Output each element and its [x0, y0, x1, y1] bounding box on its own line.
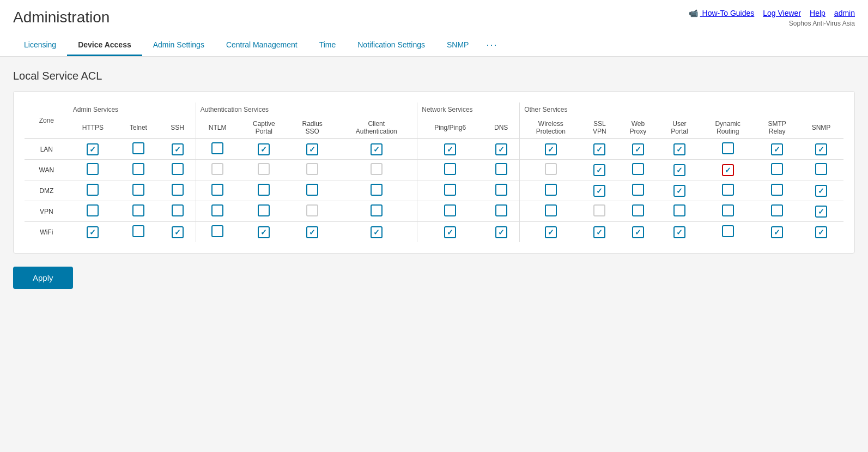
checkbox[interactable]: [545, 184, 557, 196]
checkbox[interactable]: [593, 204, 605, 216]
checkbox[interactable]: [87, 184, 99, 196]
checkbox[interactable]: [371, 163, 383, 175]
checkbox[interactable]: [444, 226, 456, 238]
checkbox[interactable]: [371, 204, 383, 216]
checkbox[interactable]: [306, 226, 318, 238]
checkbox[interactable]: [722, 164, 734, 176]
checkbox[interactable]: [258, 184, 270, 196]
checkbox[interactable]: [258, 226, 270, 238]
help-link[interactable]: Help: [810, 9, 825, 17]
checkbox[interactable]: [771, 204, 783, 216]
checkbox[interactable]: [258, 163, 270, 175]
checkbox[interactable]: [132, 225, 144, 237]
tab-licensing[interactable]: Licensing: [13, 35, 67, 56]
checkbox[interactable]: [771, 143, 783, 155]
tab-device-access[interactable]: Device Access: [67, 35, 142, 56]
checkbox[interactable]: [545, 143, 557, 155]
checkbox[interactable]: [371, 226, 383, 238]
checkbox-cell: [160, 222, 196, 243]
checkbox[interactable]: [495, 143, 507, 155]
checkbox[interactable]: [771, 226, 783, 238]
checkbox[interactable]: [87, 143, 99, 155]
tab-central-management[interactable]: Central Management: [215, 35, 308, 56]
apply-button[interactable]: Apply: [13, 267, 73, 289]
checkbox[interactable]: [771, 184, 783, 196]
tab-admin-settings[interactable]: Admin Settings: [142, 35, 215, 56]
checkbox[interactable]: [306, 204, 318, 216]
checkbox[interactable]: [172, 226, 184, 238]
checkbox[interactable]: [815, 163, 827, 175]
more-tabs-button[interactable]: ···: [479, 34, 504, 56]
checkbox[interactable]: [632, 184, 644, 196]
checkbox[interactable]: [722, 142, 734, 154]
checkbox[interactable]: [172, 184, 184, 196]
checkbox[interactable]: [444, 163, 456, 175]
checkbox-cell: [417, 160, 483, 180]
checkbox[interactable]: [495, 226, 507, 238]
checkbox[interactable]: [495, 163, 507, 175]
checkbox[interactable]: [172, 163, 184, 175]
checkbox[interactable]: [632, 226, 644, 238]
checkbox[interactable]: [593, 226, 605, 238]
checkbox[interactable]: [371, 143, 383, 155]
checkbox[interactable]: [722, 225, 734, 237]
checkbox[interactable]: [545, 163, 557, 175]
checkbox[interactable]: [593, 185, 605, 197]
checkbox[interactable]: [815, 185, 827, 197]
checkbox[interactable]: [771, 163, 783, 175]
checkbox[interactable]: [673, 164, 685, 176]
checkbox[interactable]: [258, 143, 270, 155]
log-viewer-link[interactable]: Log Viewer: [763, 9, 801, 17]
checkbox[interactable]: [815, 143, 827, 155]
checkbox[interactable]: [495, 204, 507, 216]
checkbox[interactable]: [593, 143, 605, 155]
col-snmp: SNMP: [799, 117, 843, 139]
checkbox[interactable]: [444, 204, 456, 216]
checkbox[interactable]: [132, 142, 144, 154]
tab-notification-settings[interactable]: Notification Settings: [347, 35, 436, 56]
checkbox[interactable]: [722, 204, 734, 216]
checkbox[interactable]: [172, 204, 184, 216]
checkbox[interactable]: [87, 163, 99, 175]
checkbox[interactable]: [545, 226, 557, 238]
checkbox[interactable]: [444, 184, 456, 196]
checkbox[interactable]: [211, 163, 223, 175]
checkbox[interactable]: [632, 143, 644, 155]
checkbox[interactable]: [87, 204, 99, 216]
checkbox[interactable]: [673, 226, 685, 238]
checkbox-cell: [239, 201, 289, 222]
checkbox[interactable]: [211, 225, 223, 237]
checkbox[interactable]: [211, 204, 223, 216]
checkbox[interactable]: [306, 143, 318, 155]
checkbox[interactable]: [815, 206, 827, 218]
main-content: Local Service ACL Zone Admin Services Au…: [0, 57, 868, 443]
checkbox[interactable]: [306, 184, 318, 196]
checkbox-cell: [336, 180, 417, 201]
checkbox[interactable]: [495, 184, 507, 196]
checkbox[interactable]: [815, 226, 827, 238]
checkbox-cell: [520, 222, 582, 243]
checkbox[interactable]: [132, 163, 144, 175]
checkbox[interactable]: [87, 226, 99, 238]
checkbox[interactable]: [258, 204, 270, 216]
admin-link[interactable]: admin: [834, 9, 855, 17]
tab-snmp[interactable]: SNMP: [436, 35, 479, 56]
checkbox[interactable]: [371, 184, 383, 196]
checkbox[interactable]: [132, 184, 144, 196]
checkbox[interactable]: [444, 143, 456, 155]
checkbox[interactable]: [632, 163, 644, 175]
checkbox[interactable]: [211, 184, 223, 196]
tab-time[interactable]: Time: [308, 35, 347, 56]
checkbox[interactable]: [211, 142, 223, 154]
checkbox[interactable]: [632, 204, 644, 216]
checkbox[interactable]: [172, 143, 184, 155]
checkbox[interactable]: [306, 163, 318, 175]
checkbox[interactable]: [673, 185, 685, 197]
checkbox[interactable]: [132, 204, 144, 216]
checkbox[interactable]: [673, 143, 685, 155]
checkbox[interactable]: [545, 204, 557, 216]
checkbox[interactable]: [593, 164, 605, 176]
checkbox[interactable]: [722, 184, 734, 196]
checkbox[interactable]: [673, 204, 685, 216]
how-to-guides-link[interactable]: 📹 How-To Guides: [689, 9, 755, 17]
